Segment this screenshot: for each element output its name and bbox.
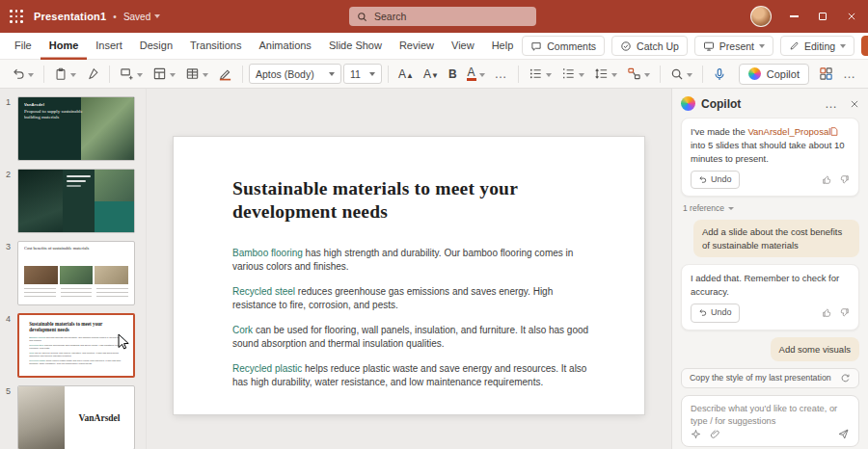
minimize-button[interactable] bbox=[787, 10, 800, 23]
font-color-button[interactable]: A bbox=[463, 64, 489, 84]
slide-thumbnail-2[interactable] bbox=[17, 169, 135, 233]
present-button[interactable]: Present bbox=[694, 36, 773, 56]
document-icon bbox=[830, 127, 838, 136]
more-font-options-button[interactable]: … bbox=[491, 67, 512, 81]
maximize-icon bbox=[819, 13, 827, 20]
document-title[interactable]: Presentation1 bbox=[34, 11, 106, 22]
find-button[interactable] bbox=[666, 65, 696, 84]
bold-button[interactable]: B bbox=[445, 66, 461, 83]
thumbnail-row: 5 VanArsdel bbox=[2, 385, 142, 449]
current-slide[interactable]: Sustainable materials to meet your devel… bbox=[174, 137, 644, 414]
smartart-button[interactable] bbox=[623, 64, 654, 84]
menubar-right: Comments Catch Up Present Editing Share bbox=[522, 36, 868, 56]
user-avatar[interactable] bbox=[750, 6, 772, 27]
slide-thumbnail-4-selected[interactable]: Sustainable materials to meet your devel… bbox=[17, 313, 135, 378]
slide-canvas[interactable]: Sustainable materials to meet your devel… bbox=[147, 89, 671, 449]
thumb3-photo bbox=[95, 266, 128, 284]
menu-view[interactable]: View bbox=[443, 33, 483, 60]
table-button[interactable] bbox=[181, 64, 212, 84]
slide-paragraph[interactable]: Recycled plastic helps reduce plastic wa… bbox=[232, 362, 594, 390]
reference-toggle[interactable]: 1 reference bbox=[681, 203, 859, 213]
close-button[interactable] bbox=[845, 10, 858, 23]
copilot-prompt-input[interactable]: Describe what you'd like to create, or t… bbox=[681, 395, 859, 447]
pencil-icon bbox=[789, 40, 800, 51]
app-launcher-icon[interactable] bbox=[10, 10, 23, 23]
designer-button[interactable] bbox=[815, 64, 837, 84]
suggestion-chip[interactable]: Copy the style of my last presentation bbox=[681, 368, 859, 388]
new-slide-button[interactable] bbox=[116, 64, 147, 84]
menu-home[interactable]: Home bbox=[41, 33, 88, 60]
search-placeholder: Search bbox=[374, 11, 406, 22]
slide-paragraph[interactable]: Recycled steel reduces greenhouse gas em… bbox=[232, 285, 594, 313]
search-input[interactable]: Search bbox=[349, 7, 536, 26]
prompt-ideas-icon[interactable] bbox=[691, 429, 701, 439]
present-icon bbox=[703, 40, 715, 52]
menu-design[interactable]: Design bbox=[131, 33, 181, 60]
font-name-combo[interactable]: Aptos (Body) bbox=[249, 64, 341, 84]
chevron-down-icon bbox=[203, 73, 208, 77]
comments-button[interactable]: Comments bbox=[522, 36, 605, 56]
chevron-down-icon bbox=[170, 73, 176, 77]
menu-help[interactable]: Help bbox=[483, 33, 523, 60]
file-link[interactable]: VanArsdel_Proposal bbox=[747, 126, 830, 137]
paste-button[interactable] bbox=[50, 65, 80, 84]
slide-thumbnail-panel[interactable]: 1 VanArsdel Proposal to supply sustainab… bbox=[0, 89, 147, 449]
line-spacing-icon bbox=[594, 66, 609, 81]
grow-font-button[interactable]: A▲ bbox=[394, 66, 418, 83]
thumbnail-row: 4 Sustainable materials to meet your dev… bbox=[2, 313, 142, 378]
chevron-down-icon bbox=[611, 73, 617, 77]
slide-paragraph[interactable]: Cork can be used for flooring, wall pane… bbox=[232, 324, 594, 352]
thumbs-up-icon[interactable] bbox=[822, 174, 832, 185]
ribbon-divider bbox=[109, 66, 110, 83]
slide-thumbnail-5[interactable]: VanArsdel bbox=[17, 385, 135, 449]
menu-review[interactable]: Review bbox=[391, 33, 443, 60]
catch-up-icon bbox=[620, 40, 632, 52]
slide-title[interactable]: Sustainable materials to meet your devel… bbox=[232, 177, 551, 224]
slide-thumbnail-3[interactable]: Cost benefits of sustainable materials bbox=[17, 241, 135, 305]
layout-icon bbox=[152, 66, 167, 81]
copilot-more-button[interactable]: … bbox=[825, 100, 838, 108]
menu-transitions[interactable]: Transitions bbox=[181, 33, 250, 60]
table-icon bbox=[185, 66, 200, 81]
dictate-button[interactable] bbox=[709, 65, 730, 84]
editing-mode-button[interactable]: Editing bbox=[780, 36, 854, 56]
thumbnail-row: 2 bbox=[2, 169, 142, 233]
send-icon[interactable] bbox=[837, 428, 850, 440]
slide-paragraph[interactable]: Bamboo flooring has high strength and du… bbox=[232, 247, 594, 275]
menu-insert[interactable]: Insert bbox=[87, 33, 131, 60]
shrink-font-button[interactable]: A▼ bbox=[420, 66, 443, 83]
share-button[interactable]: Share bbox=[861, 36, 868, 56]
user-message: Add a slide about the cost benefits of s… bbox=[693, 220, 859, 257]
ribbon-divider bbox=[242, 66, 243, 83]
menu-file[interactable]: File bbox=[6, 33, 41, 60]
thumbs-down-icon[interactable] bbox=[839, 174, 850, 185]
thumbs-up-icon[interactable] bbox=[822, 307, 832, 318]
slide-thumbnail-1[interactable]: VanArsdel Proposal to supply sustainable… bbox=[17, 96, 135, 161]
format-painter-button[interactable] bbox=[82, 65, 103, 84]
catch-up-button[interactable]: Catch Up bbox=[611, 36, 688, 56]
ribbon-divider bbox=[388, 66, 389, 83]
menu-animations[interactable]: Animations bbox=[250, 33, 319, 60]
layout-button[interactable] bbox=[149, 64, 179, 84]
undo-button[interactable]: Undo bbox=[691, 171, 740, 189]
ribbon-more-button[interactable]: … bbox=[839, 67, 860, 81]
maximize-button[interactable] bbox=[816, 10, 829, 23]
ribbon-divider bbox=[518, 66, 519, 83]
menu-slide-show[interactable]: Slide Show bbox=[320, 33, 391, 60]
thumb1-title: Proposal to supply sustainable building … bbox=[24, 108, 84, 120]
line-spacing-button[interactable] bbox=[590, 64, 621, 84]
numbered-list-button[interactable] bbox=[557, 64, 588, 84]
shape-fill-button[interactable] bbox=[214, 64, 236, 84]
chevron-down-icon bbox=[644, 73, 650, 77]
thumbs-down-icon[interactable] bbox=[839, 307, 850, 318]
attach-icon[interactable] bbox=[710, 429, 720, 439]
chevron-down-icon bbox=[28, 73, 34, 77]
bullet-list-button[interactable] bbox=[525, 64, 556, 84]
copilot-close-button[interactable] bbox=[850, 99, 859, 109]
undo-icon bbox=[12, 67, 25, 81]
undo-button[interactable]: Undo bbox=[691, 304, 740, 322]
copilot-ribbon-button[interactable]: Copilot bbox=[739, 64, 809, 85]
undo-button[interactable] bbox=[8, 65, 38, 84]
font-size-combo[interactable]: 11 bbox=[343, 64, 382, 84]
save-status[interactable]: Saved bbox=[123, 12, 160, 22]
